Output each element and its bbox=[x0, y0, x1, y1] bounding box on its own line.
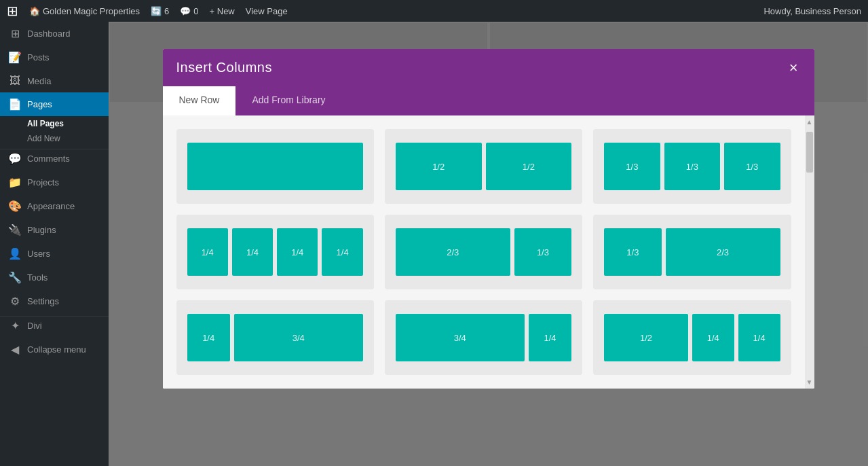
main-content: Insert Columns × New Row Add From Librar… bbox=[109, 22, 868, 466]
layout-half-half[interactable]: 1/2 1/2 bbox=[385, 129, 582, 204]
sidebar-item-settings[interactable]: ⚙ Settings bbox=[0, 289, 109, 313]
sidebar-item-collapse[interactable]: ◀ Collapse menu bbox=[0, 338, 109, 361]
sidebar-label-settings: Settings bbox=[27, 296, 59, 306]
modal-title: Insert Columns bbox=[176, 60, 273, 75]
col-block-quarter-3: 1/4 bbox=[277, 228, 318, 276]
col-block-quarter-d: 1/4 bbox=[738, 314, 780, 361]
sidebar-label-media: Media bbox=[27, 76, 51, 86]
modal-close-button[interactable]: × bbox=[787, 60, 801, 75]
scrollbar-up-arrow[interactable]: ▲ bbox=[804, 115, 814, 128]
sidebar-item-dashboard[interactable]: ⊞ Dashboard bbox=[0, 22, 109, 46]
col-block-half-1: 1/2 bbox=[396, 143, 482, 190]
col-block-threequarters-b: 3/4 bbox=[396, 314, 525, 361]
layout-three-quarters-quarter[interactable]: 3/4 1/4 bbox=[385, 300, 582, 375]
scrollbar-down-arrow[interactable]: ▼ bbox=[804, 376, 814, 389]
col-block-onethird-b: 1/3 bbox=[604, 228, 661, 276]
scrollbar-thumb[interactable] bbox=[806, 132, 813, 173]
tab-add-from-library[interactable]: Add From Library bbox=[235, 86, 341, 115]
modal-tabs: New Row Add From Library bbox=[163, 86, 814, 115]
site-name[interactable]: 🏠 Golden Magic Properties bbox=[29, 6, 140, 16]
admin-bar: ⊞ 🏠 Golden Magic Properties 🔄 6 💬 0 + Ne… bbox=[0, 0, 868, 22]
sidebar-item-appearance[interactable]: 🎨 Appearance bbox=[0, 194, 109, 218]
col-block-quarter-c: 1/4 bbox=[692, 314, 734, 361]
col-block-quarter-4: 1/4 bbox=[322, 228, 362, 276]
modal-header: Insert Columns × bbox=[163, 49, 814, 86]
layout-half-quarter-quarter[interactable]: 1/2 1/4 1/4 bbox=[593, 300, 791, 375]
modal-scrollbar: ▲ ▼ bbox=[805, 115, 814, 389]
pages-icon: 📄 bbox=[8, 98, 22, 111]
collapse-icon: ◀ bbox=[8, 343, 22, 356]
layout-thirds[interactable]: 1/3 1/3 1/3 bbox=[593, 129, 791, 204]
sidebar-label-dashboard: Dashboard bbox=[27, 29, 71, 39]
col-block-quarter-a: 1/4 bbox=[187, 314, 230, 361]
tools-icon: 🔧 bbox=[8, 271, 22, 284]
col-block-half-2: 1/2 bbox=[486, 143, 572, 190]
sidebar-label-appearance: Appearance bbox=[27, 201, 75, 211]
appearance-icon: 🎨 bbox=[8, 200, 22, 213]
modal-layout-grid-container: 1/2 1/2 1/3 1/3 1/3 1/4 1/4 bbox=[163, 115, 805, 389]
sidebar-item-all-pages[interactable]: All Pages bbox=[22, 116, 109, 131]
sidebar-label-posts: Posts bbox=[27, 52, 50, 62]
users-icon: 👤 bbox=[8, 247, 22, 260]
layout-one-third-two-thirds[interactable]: 1/3 2/3 bbox=[593, 215, 791, 289]
home-icon: 🏠 bbox=[29, 6, 40, 16]
sidebar-item-media[interactable]: 🖼 Media bbox=[0, 69, 109, 92]
layout-two-thirds-one-third[interactable]: 2/3 1/3 bbox=[385, 215, 582, 289]
insert-columns-modal: Insert Columns × New Row Add From Librar… bbox=[163, 49, 814, 389]
pages-submenu: All Pages Add New bbox=[0, 116, 109, 146]
comments-nav-icon: 💬 bbox=[8, 152, 22, 165]
media-icon: 🖼 bbox=[8, 75, 22, 87]
layout-quarter-three-quarters[interactable]: 1/4 3/4 bbox=[176, 300, 374, 375]
sidebar-label-collapse: Collapse menu bbox=[27, 344, 86, 355]
sidebar-label-users: Users bbox=[27, 249, 50, 259]
comments-icon: 💬 bbox=[180, 6, 191, 16]
sidebar-item-plugins[interactable]: 🔌 Plugins bbox=[0, 218, 109, 242]
dashboard-icon: ⊞ bbox=[8, 27, 22, 40]
col-block-threequarters-a: 3/4 bbox=[234, 314, 363, 361]
col-block-quarter-b: 1/4 bbox=[529, 314, 571, 361]
col-block-twothirds: 2/3 bbox=[396, 228, 510, 276]
sidebar-item-projects[interactable]: 📁 Projects bbox=[0, 171, 109, 194]
howdy-text: Howdy, Business Person bbox=[763, 6, 861, 16]
col-block-half-c: 1/2 bbox=[604, 314, 688, 361]
col-block-quarter-2: 1/4 bbox=[232, 228, 273, 276]
sidebar-item-pages[interactable]: 📄 Pages bbox=[0, 92, 109, 116]
sidebar-item-add-new[interactable]: Add New bbox=[22, 131, 109, 146]
modal-overlay[interactable]: Insert Columns × New Row Add From Librar… bbox=[109, 22, 868, 466]
new-item[interactable]: + New bbox=[210, 6, 235, 16]
col-block-third-2: 1/3 bbox=[664, 143, 720, 190]
add-new-label: Add New bbox=[27, 134, 60, 143]
sidebar-item-tools[interactable]: 🔧 Tools bbox=[0, 266, 109, 289]
sidebar-label-plugins: Plugins bbox=[27, 225, 56, 235]
settings-icon: ⚙ bbox=[8, 295, 22, 308]
all-pages-label: All Pages bbox=[27, 119, 64, 128]
view-page-item[interactable]: View Page bbox=[246, 6, 288, 16]
tab-new-row[interactable]: New Row bbox=[163, 86, 236, 115]
divi-icon: ✦ bbox=[8, 319, 22, 332]
sidebar: ⊞ Dashboard 📝 Posts 🖼 Media 📄 Pages All … bbox=[0, 22, 109, 466]
col-block-twothirds-b: 2/3 bbox=[666, 228, 780, 276]
col-block-third-1: 1/3 bbox=[604, 143, 660, 190]
plugins-icon: 🔌 bbox=[8, 223, 22, 236]
updates-icon: 🔄 bbox=[151, 6, 162, 16]
sidebar-label-comments: Comments bbox=[27, 154, 70, 164]
col-block-full bbox=[187, 143, 363, 190]
sidebar-label-tools: Tools bbox=[27, 272, 48, 283]
col-block-quarter-1: 1/4 bbox=[187, 228, 228, 276]
layout-quarters[interactable]: 1/4 1/4 1/4 1/4 bbox=[176, 215, 374, 289]
sidebar-item-comments[interactable]: 💬 Comments bbox=[0, 149, 109, 171]
sidebar-item-divi[interactable]: ✦ Divi bbox=[0, 316, 109, 338]
updates-item[interactable]: 🔄 6 bbox=[151, 6, 169, 16]
sidebar-item-posts[interactable]: 📝 Posts bbox=[0, 46, 109, 69]
columns-grid: 1/2 1/2 1/3 1/3 1/3 1/4 1/4 bbox=[176, 129, 791, 375]
col-block-onethird: 1/3 bbox=[514, 228, 571, 276]
layout-full-width[interactable] bbox=[176, 129, 374, 204]
sidebar-item-users[interactable]: 👤 Users bbox=[0, 242, 109, 266]
sidebar-label-pages: Pages bbox=[27, 99, 52, 109]
wordpress-icon[interactable]: ⊞ bbox=[7, 3, 18, 19]
comments-item[interactable]: 💬 0 bbox=[180, 6, 198, 16]
sidebar-label-divi: Divi bbox=[27, 321, 42, 331]
scrollbar-track[interactable] bbox=[805, 128, 814, 376]
posts-icon: 📝 bbox=[8, 51, 22, 64]
col-block-third-3: 1/3 bbox=[724, 143, 780, 190]
